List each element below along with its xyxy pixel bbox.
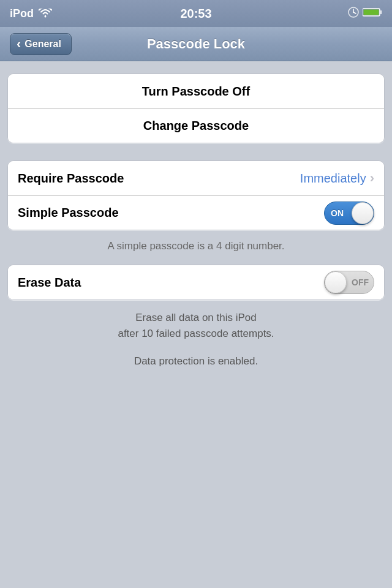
nav-bar: General Passcode Lock [0, 27, 392, 61]
back-button-label: General [24, 39, 61, 50]
erase-data-toggle-label: OFF [352, 277, 369, 287]
svg-point-0 [45, 16, 47, 18]
change-passcode-cell[interactable]: Change Passcode [8, 108, 384, 143]
chevron-right-icon: › [370, 170, 374, 186]
erase-data-cell[interactable]: Erase Data OFF [8, 265, 384, 300]
wifi-icon [39, 9, 52, 18]
back-button[interactable]: General [10, 33, 72, 55]
require-passcode-value: Immediately [300, 172, 366, 186]
simple-passcode-cell[interactable]: Simple Passcode ON [8, 195, 384, 230]
erase-toggle-knob [325, 271, 347, 293]
status-left: iPod [10, 7, 52, 20]
status-bar: iPod 20:53 [0, 0, 392, 27]
svg-rect-5 [380, 10, 382, 14]
erase-data-toggle[interactable]: OFF [324, 271, 374, 294]
toggle-knob [352, 202, 374, 224]
erase-data-label: Erase Data [18, 276, 81, 290]
erase-data-group: Erase Data OFF [7, 265, 385, 300]
status-right [348, 7, 382, 20]
passcode-controls-group: Turn Passcode Off Change Passcode [7, 74, 385, 143]
require-passcode-cell[interactable]: Require Passcode Immediately › [8, 161, 384, 195]
simple-passcode-toggle-label: ON [331, 208, 344, 218]
simple-passcode-toggle[interactable]: ON [324, 202, 374, 225]
svg-rect-6 [364, 10, 379, 15]
clock-icon [348, 7, 359, 20]
settings-group: Require Passcode Immediately › Simple Pa… [7, 160, 385, 230]
simple-passcode-label: Simple Passcode [18, 206, 119, 220]
change-passcode-label: Change Passcode [18, 119, 374, 133]
turn-passcode-off-label: Turn Passcode Off [18, 85, 374, 99]
content: Turn Passcode Off Change Passcode Requir… [0, 61, 392, 384]
data-protection-text: Data protection is enabled. [7, 349, 385, 372]
require-passcode-value-container: Immediately › [300, 170, 374, 186]
status-time: 20:53 [180, 7, 211, 21]
svg-line-3 [353, 12, 356, 13]
device-label: iPod [10, 7, 34, 20]
require-passcode-label: Require Passcode [18, 172, 124, 186]
page-title: Passcode Lock [147, 36, 245, 52]
erase-data-description: Erase all data on this iPodafter 10 fail… [7, 305, 385, 344]
battery-icon [363, 7, 382, 20]
simple-passcode-description: A simple passcode is a 4 digit number. [7, 235, 385, 260]
turn-passcode-off-cell[interactable]: Turn Passcode Off [8, 74, 384, 108]
